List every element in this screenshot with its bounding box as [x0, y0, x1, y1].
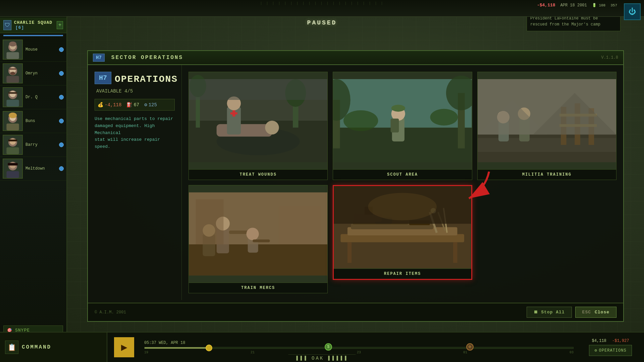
svg-rect-39	[232, 110, 235, 117]
command-label: COMMAND	[22, 344, 51, 350]
member-name-buns: Buns	[25, 119, 35, 123]
play-button[interactable]: ▶	[114, 337, 134, 357]
svg-rect-15	[8, 92, 17, 94]
signal-display: 357	[610, 3, 617, 7]
panel-header: H7 SECTOR OPERATIONS V.1.1.8	[88, 51, 623, 65]
stat-fuel: ⛽ 67	[126, 102, 139, 108]
sector-ops-panel: H7 SECTOR OPERATIONS V.1.1.8 H7 OPERATIO…	[87, 50, 624, 322]
member-name-omryn: Omryn	[25, 71, 38, 76]
finance-display: $4,118 -$1,927	[592, 339, 629, 343]
member-indicator-meltdown	[59, 166, 64, 171]
squad-member-mouse: Mouse	[0, 38, 66, 62]
op-image-treat-wounds	[189, 72, 327, 169]
timeline-progress	[145, 347, 209, 349]
op-card-repair-items[interactable]: REPAIR ITEMS	[333, 185, 472, 280]
op-label-scout-area: SCOUT AREA	[333, 169, 472, 180]
op-label-treat-wounds: TREAT WOUNDS	[189, 169, 327, 180]
op-image-train-mercs	[189, 185, 327, 283]
svg-rect-13	[6, 100, 19, 107]
op-image-militia-training	[478, 72, 616, 169]
op-card-treat-wounds[interactable]: TREAT WOUNDS	[189, 72, 328, 180]
blue-bar	[3, 35, 63, 36]
squad-marker: $	[325, 343, 332, 351]
add-member-button[interactable]: +	[57, 21, 63, 29]
svg-point-35	[265, 121, 279, 134]
op-card-scout-area[interactable]: SCOUT AREA	[333, 72, 472, 180]
finance-section: $4,118 -$1,927 ⚙ OPERATIONS	[577, 337, 644, 358]
date-display: APR 18 2001	[560, 3, 587, 8]
fuel-icon: ⛽	[126, 102, 132, 108]
squad-member-buns: Buns	[0, 109, 66, 133]
svg-point-14	[10, 91, 16, 97]
ops-stats: 💰 -4,118 ⛽ 67 ⚙ 125	[95, 99, 175, 111]
avatar-drq	[3, 87, 23, 107]
op-image-scout-area	[333, 72, 472, 169]
svg-rect-85	[196, 199, 224, 244]
op-card-train-mercs[interactable]: TRAIN MERCS	[189, 185, 328, 293]
stop-all-button[interactable]: ⏹ Stop All	[527, 307, 572, 318]
command-icon: 📋	[5, 341, 18, 354]
top-status: -$4,118 APR 18 2001 🔋 108 357	[537, 3, 617, 8]
squad-icon: 🛡	[3, 20, 11, 30]
panel-version: V.1.1.8	[601, 55, 618, 60]
member-indicator-omryn	[59, 71, 64, 76]
svg-point-24	[10, 138, 16, 145]
left-sidebar: 🛡 CHARLIE SQUAD [6] + Mouse	[0, 0, 67, 362]
money-icon: 💰	[98, 102, 103, 108]
panel-footer: © A.I.M. 2001 ⏹ Stop All ESC Close	[88, 303, 623, 321]
quest-description: President LaFontaine must be rescued fro…	[530, 15, 617, 27]
money-display: -$4,118	[537, 3, 555, 8]
member-indicator-drq	[59, 95, 64, 100]
svg-point-4	[9, 42, 16, 47]
paused-label: PAUSED	[307, 19, 337, 26]
timeline-marker	[206, 345, 212, 351]
avatar-meltdown	[3, 159, 23, 179]
copyright-text: © A.I.M. 2001	[95, 310, 126, 315]
svg-point-54	[391, 105, 405, 112]
svg-rect-9	[9, 68, 16, 70]
op-card-militia-training[interactable]: MILITIA TRAINING	[477, 72, 616, 180]
squad-member-meltdown: Meltdown	[0, 157, 66, 181]
squad-member-drq: Dr. Q	[0, 85, 66, 109]
ops-marker: ⚙	[466, 343, 474, 351]
member-indicator-mouse	[59, 47, 64, 52]
squad-member-omryn: Omryn	[0, 62, 66, 85]
battery-icon: 🔋 108	[592, 3, 605, 7]
panel-right: TREAT WOUNDS	[182, 65, 623, 300]
power-button[interactable]: ⏻	[624, 3, 641, 20]
member-indicator-buns	[59, 119, 64, 123]
main-panel: H7 SECTOR OPERATIONS V.1.1.8 H7 OPERATIO…	[67, 17, 644, 362]
footer-buttons: ⏹ Stop All ESC Close	[527, 307, 616, 318]
play-section: ▶	[107, 337, 141, 357]
location-bar: ▐▐▐ OAK ▌▌▌▌▌	[288, 354, 356, 362]
panel-left: H7 OPERATIONS AVAILABLE 4/5 💰 -4,118 ⛽ 6…	[88, 65, 182, 300]
svg-point-57	[430, 109, 458, 126]
operations-bottom-button[interactable]: ⚙ OPERATIONS	[589, 345, 632, 356]
svg-rect-44	[189, 79, 327, 100]
command-section: 📋 COMMAND	[0, 333, 107, 362]
member-name-meltdown: Meltdown	[25, 166, 45, 171]
member-indicator-barry	[59, 142, 64, 147]
member-name-drq: Dr. Q	[25, 95, 38, 100]
svg-rect-7	[6, 76, 19, 83]
op-label-repair-items: REPAIR ITEMS	[334, 268, 471, 279]
close-button[interactable]: ESC Close	[575, 307, 616, 318]
avatar-mouse	[3, 40, 23, 60]
ops-available: AVAILABLE 4/5	[96, 88, 175, 94]
svg-rect-100	[453, 242, 457, 263]
timeline-section[interactable]: 05:37 WED, APR 18 $ ⚙ 19 21 23 01 03	[141, 333, 577, 362]
op-label-militia-training: MILITIA TRAINING	[478, 169, 616, 180]
ops-icon: ⚙	[594, 348, 597, 353]
timeline-bar[interactable]: $ ⚙	[144, 347, 574, 349]
svg-rect-25	[8, 139, 17, 141]
squad-title: CHARLIE SQUAD [6]	[14, 20, 54, 30]
svg-point-10	[10, 72, 15, 75]
svg-rect-18	[6, 123, 19, 130]
member-name-barry: Barry	[25, 142, 38, 147]
svg-rect-30	[8, 163, 18, 165]
stop-icon: ⏹	[534, 310, 538, 315]
svg-rect-2	[6, 52, 19, 59]
svg-rect-23	[6, 147, 19, 154]
ops-title: OPERATIONS	[115, 74, 178, 84]
squad-header: 🛡 CHARLIE SQUAD [6] +	[0, 17, 66, 33]
